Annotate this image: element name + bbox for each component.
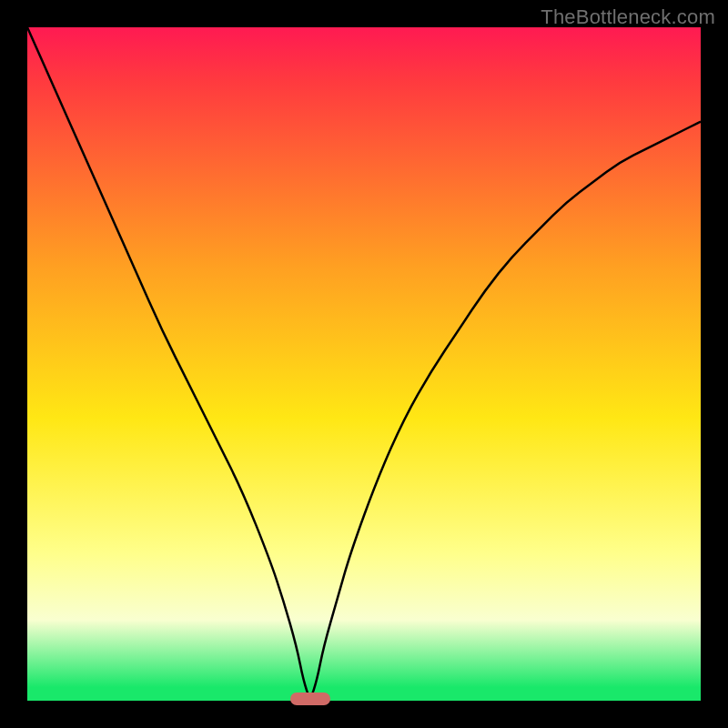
watermark-text: TheBottleneck.com (541, 5, 715, 29)
chart-frame: TheBottleneck.com (0, 0, 728, 728)
curve-path (27, 27, 701, 695)
bottleneck-curve (27, 27, 701, 701)
chart-plot-area (27, 27, 701, 701)
optimal-marker (290, 693, 330, 705)
